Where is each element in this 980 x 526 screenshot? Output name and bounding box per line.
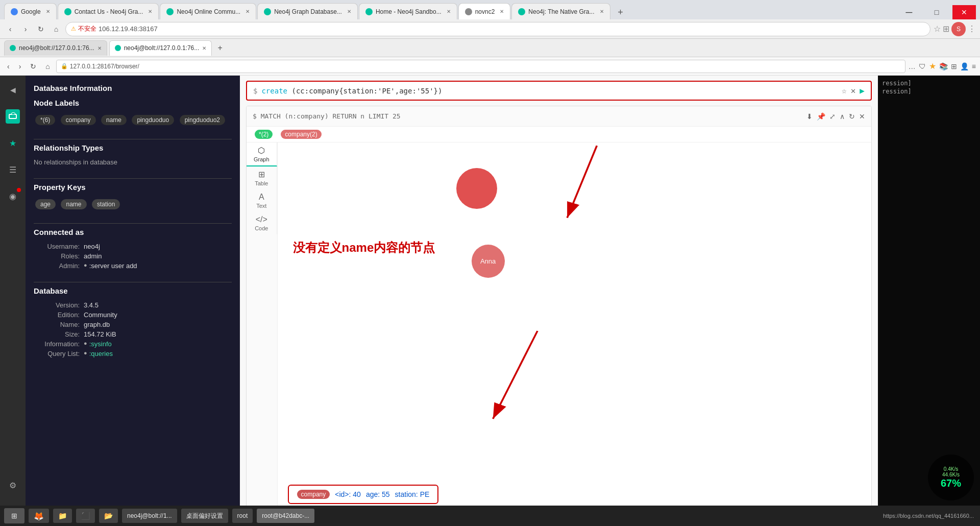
home-button[interactable]: ⌂ (50, 23, 62, 35)
node-age-label: age: (366, 490, 380, 498)
download-icon[interactable]: ⬇ (806, 112, 813, 121)
label-badge-pingduoduo2[interactable]: pingduoduo2 (180, 115, 225, 125)
tab-native-graph[interactable]: Neo4j: The Native Gra... ✕ (511, 3, 610, 19)
reload-button[interactable]: ↻ (35, 23, 47, 35)
tab-title: Google (21, 8, 41, 15)
property-keys-section: Property Keys age name station (34, 183, 232, 211)
sidebar-icon-expand[interactable]: ◀ (4, 81, 22, 99)
sidebar-icon-settings[interactable]: ⚙ (4, 476, 22, 494)
information-value[interactable]: :sysinfo (89, 340, 112, 348)
sidebar-icon-favorites[interactable]: ★ (4, 134, 22, 152)
url-bar[interactable]: ⚠ 不安全 106.12.19.48:38167 (65, 22, 930, 36)
refresh-icon[interactable]: ↻ (849, 112, 855, 121)
inner-new-tab-button[interactable]: + (214, 42, 226, 54)
inner-bookmark-icon[interactable]: … (909, 62, 916, 70)
query-run-icon[interactable]: ▶ (860, 86, 865, 95)
label-badge-company[interactable]: company (61, 115, 96, 125)
sidebar-icon-notification[interactable]: ◉ (4, 187, 22, 205)
close-result-icon[interactable]: ✕ (859, 112, 865, 121)
inner-back-button[interactable]: ‹ (4, 61, 13, 71)
taskbar-item-desktop[interactable]: 桌面偏好设置 (181, 509, 228, 523)
tab-graph-db[interactable]: Neo4j Graph Database... ✕ (257, 3, 358, 19)
tab-close-icon[interactable]: ✕ (500, 9, 504, 14)
inner-bookmarks-icon[interactable]: 📚 (939, 62, 948, 70)
inner-tab-2[interactable]: neo4j@bolt://127.0.0.1:76... ✕ (109, 40, 212, 56)
query-cancel-icon[interactable]: ✕ (851, 86, 856, 95)
profile-icon[interactable]: S (951, 22, 966, 36)
tab-sandbox[interactable]: Home - Neo4j Sandbo... ✕ (359, 3, 457, 19)
inner-tab-close-icon[interactable]: ✕ (97, 45, 102, 51)
address-bar: ‹ › ↻ ⌂ ⚠ 不安全 106.12.19.48:38167 ☆ ⊞ S ⋮ (0, 19, 980, 39)
label-badge-name[interactable]: name (101, 115, 127, 125)
label-badge-all[interactable]: *(6) (35, 115, 55, 125)
graph-node-unnamed[interactable] (456, 168, 497, 209)
tab-contact[interactable]: Contact Us - Neo4j Gra... ✕ (58, 3, 159, 19)
tab-google[interactable]: Google ✕ (4, 3, 57, 19)
tab-close-icon[interactable]: ✕ (347, 9, 351, 14)
tab-table[interactable]: ⊞ Table (247, 166, 277, 189)
taskbar-item-terminal[interactable]: ⬛ (76, 509, 95, 523)
filter-company-badge[interactable]: company(2) (281, 130, 321, 139)
tab-graph[interactable]: ⬡ Graph (247, 142, 277, 166)
notification-dot (17, 188, 21, 192)
inner-profile-icon[interactable]: 👤 (960, 62, 969, 70)
close-button[interactable]: ✕ (952, 5, 976, 19)
extensions-icon[interactable]: ⊞ (943, 24, 949, 34)
inner-home-button[interactable]: ⌂ (42, 61, 53, 71)
tab-close-icon[interactable]: ✕ (46, 9, 50, 14)
query-favorite-icon[interactable]: ☆ (842, 86, 847, 95)
inner-star-icon[interactable]: ★ (929, 61, 936, 71)
inner-menu-icon[interactable]: ≡ (972, 62, 976, 70)
taskbar-label-desktop: 桌面偏好设置 (186, 512, 223, 520)
inner-reload-button[interactable]: ↻ (27, 61, 39, 71)
filter-all-badge[interactable]: *(2) (255, 130, 273, 139)
inner-shield-icon[interactable]: 🛡 (919, 62, 926, 70)
property-badge-age[interactable]: age (35, 199, 56, 209)
tab-close-icon[interactable]: ✕ (246, 9, 250, 14)
maximize-button[interactable]: □ (925, 5, 948, 19)
sidebar-icon-documents[interactable]: ☰ (4, 160, 22, 179)
tab-code[interactable]: </> Code (247, 212, 277, 234)
roles-value: admin (84, 252, 102, 260)
expand-icon[interactable]: ⤢ (829, 112, 836, 121)
taskbar-item-another[interactable]: 📂 (99, 509, 118, 523)
taskbar-item-files[interactable]: 📁 (53, 509, 72, 523)
taskbar-item-root2[interactable]: root@b42dabc-... (257, 509, 314, 523)
inner-url-text: 127.0.0.1:28167/browser/ (70, 63, 139, 70)
speed-widget: 0.4K/s 44.6K/s 67% (928, 455, 974, 500)
inner-url-bar[interactable]: 🔒 127.0.0.1:28167/browser/ (56, 60, 905, 73)
inner-tab-close-icon[interactable]: ✕ (202, 45, 206, 51)
taskbar-start-button[interactable]: ⊞ (4, 508, 24, 523)
tab-community[interactable]: Neo4j Online Commu... ✕ (160, 3, 256, 19)
version-value: 3.4.5 (84, 301, 99, 309)
minimize-button[interactable]: ─ (897, 5, 921, 19)
property-badge-name[interactable]: name (61, 199, 86, 209)
tab-close-icon[interactable]: ✕ (447, 9, 451, 14)
graph-node-anna[interactable]: Anna (472, 245, 505, 278)
tab-close-icon[interactable]: ✕ (148, 9, 152, 14)
label-badge-pingduoduo[interactable]: pingduoduo (132, 115, 174, 125)
terminal-line-2: ression] (882, 88, 976, 95)
inner-tabs-icon[interactable]: ⊞ (951, 62, 957, 70)
inner-address-right: … 🛡 ★ 📚 ⊞ 👤 ≡ (909, 61, 976, 71)
inner-tab-1[interactable]: neo4j@bolt://127.0.0.1:76... ✕ (4, 40, 107, 56)
taskbar-item-root[interactable]: root (232, 509, 253, 523)
username-value: neo4j (84, 243, 100, 250)
result-header-actions: ⬇ 📌 ⤢ ∧ ↻ ✕ (806, 112, 865, 121)
pin-icon[interactable]: 📌 (817, 112, 825, 121)
bookmark-icon[interactable]: ☆ (934, 24, 941, 34)
menu-icon[interactable]: ⋮ (968, 24, 976, 34)
taskbar-item-firefox[interactable]: 🦊 (29, 509, 49, 523)
inner-forward-button[interactable]: › (16, 61, 24, 71)
forward-button[interactable]: › (19, 23, 32, 35)
property-badge-station[interactable]: station (92, 199, 120, 209)
tab-novnc2[interactable]: novnc2 ✕ (458, 3, 511, 19)
tab-close-icon[interactable]: ✕ (600, 9, 604, 14)
query-list-value[interactable]: :queries (89, 350, 113, 357)
back-button[interactable]: ‹ (4, 23, 16, 35)
left-panel: Database Information Node Labels *(6) co… (26, 76, 240, 526)
tab-text[interactable]: A Text (247, 189, 277, 212)
taskbar-item-neo4j[interactable]: neo4j@bolt://1... (122, 509, 177, 523)
new-tab-button[interactable]: + (614, 5, 628, 19)
collapse-icon[interactable]: ∧ (840, 112, 845, 121)
